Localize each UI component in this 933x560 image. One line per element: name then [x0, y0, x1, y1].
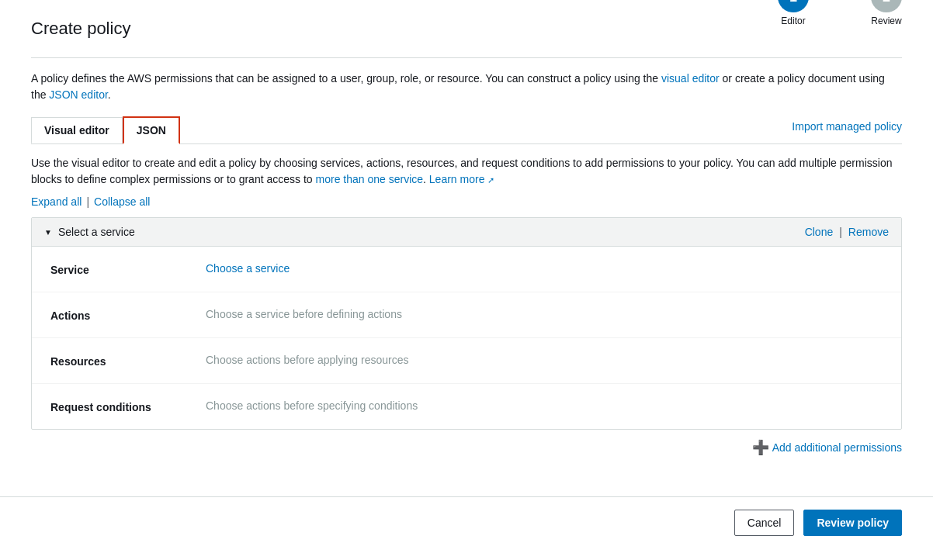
stepper: 1 Editor 2 Review [778, 0, 902, 26]
remove-link[interactable]: Remove [848, 226, 889, 238]
chevron-down-icon: ▼ [44, 228, 52, 237]
choose-service-link[interactable]: Choose a service [206, 262, 290, 275]
form-row-resources: Resources Choose actions before applying… [32, 338, 901, 384]
header-divider [31, 57, 902, 58]
step-label-editor: Editor [781, 16, 805, 26]
collapse-all-link[interactable]: Collapse all [94, 195, 150, 208]
form-row-actions: Actions Choose a service before defining… [32, 292, 901, 338]
permission-form: Service Choose a service Actions Choose … [32, 247, 901, 429]
external-link-icon: ➚ [487, 175, 494, 185]
permission-block-actions: Clone | Remove [805, 226, 889, 238]
learn-more-link[interactable]: Learn more ➚ [429, 173, 494, 185]
footer: Cancel Review policy [0, 496, 933, 548]
step-editor: 1 Editor [778, 0, 809, 26]
resources-placeholder: Choose actions before applying resources [206, 354, 409, 366]
form-row-service: Service Choose a service [32, 247, 901, 292]
expand-all-link[interactable]: Expand all [31, 195, 82, 208]
step-review: 2 Review [871, 0, 902, 26]
tab-json[interactable]: JSON [123, 116, 180, 144]
json-editor-link[interactable]: JSON editor [49, 88, 107, 101]
bottom-actions: ➕ Add additional permissions [31, 439, 902, 456]
step-circle-review: 2 [871, 0, 902, 12]
add-additional-permissions-label: Add additional permissions [772, 441, 902, 454]
tabs-container: Visual editor JSON Import managed policy [31, 116, 902, 144]
actions-separator: | [839, 226, 842, 238]
clone-link[interactable]: Clone [805, 226, 834, 238]
actions-placeholder: Choose a service before defining actions [206, 308, 402, 320]
page-title: Create policy [31, 19, 130, 39]
cancel-button[interactable]: Cancel [734, 510, 795, 536]
expand-collapse-container: Expand all | Collapse all [31, 195, 902, 208]
review-policy-button[interactable]: Review policy [803, 510, 902, 536]
step-label-review: Review [871, 16, 901, 26]
add-additional-permissions-link[interactable]: ➕ Add additional permissions [752, 439, 902, 456]
resources-label: Resources [50, 354, 206, 368]
description-text: Use the visual editor to create and edit… [31, 155, 902, 188]
expand-collapse-separator: | [86, 195, 89, 208]
permission-block-title-text: Select a service [58, 226, 135, 238]
plus-circle-icon: ➕ [752, 439, 769, 456]
form-row-request-conditions: Request conditions Choose actions before… [32, 384, 901, 429]
request-conditions-placeholder: Choose actions before specifying conditi… [206, 399, 418, 412]
import-managed-policy-link[interactable]: Import managed policy [792, 120, 902, 139]
tab-visual-editor[interactable]: Visual editor [31, 117, 123, 143]
permission-block-header: ▼ Select a service Clone | Remove [32, 218, 901, 247]
more-than-one-service-link[interactable]: more than one service [316, 173, 424, 185]
permission-block: ▼ Select a service Clone | Remove Servic… [31, 217, 902, 430]
step-circle-editor: 1 [778, 0, 809, 12]
actions-label: Actions [50, 308, 206, 322]
service-label: Service [50, 262, 206, 276]
visual-editor-link[interactable]: visual editor [661, 72, 720, 85]
permission-block-title: ▼ Select a service [44, 226, 135, 238]
info-text: A policy defines the AWS permissions tha… [31, 71, 902, 103]
request-conditions-label: Request conditions [50, 399, 206, 413]
